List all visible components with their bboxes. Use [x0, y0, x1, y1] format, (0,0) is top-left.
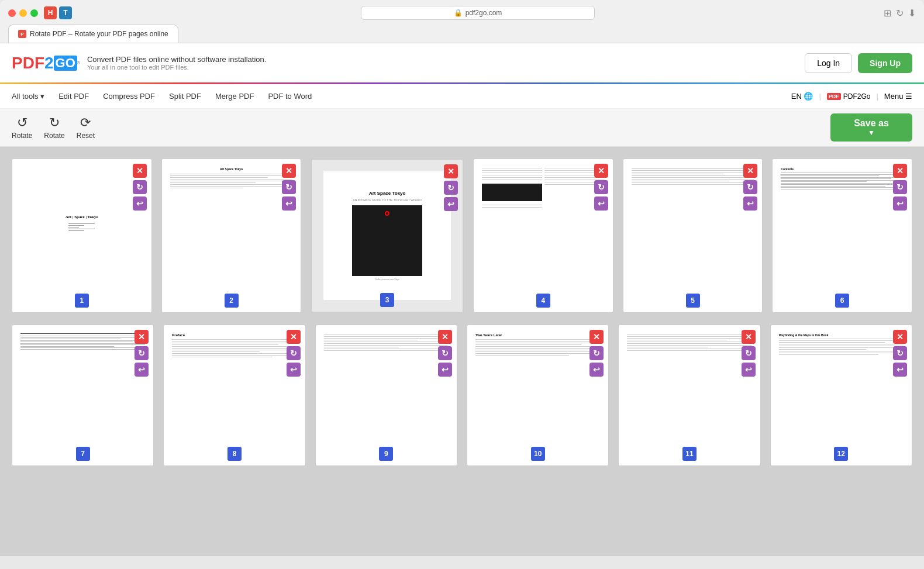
undo-page-1[interactable]: ↩ — [133, 196, 147, 211]
thumb-contents-6: Contents — [778, 165, 906, 282]
tc6l7 — [781, 181, 867, 182]
p12l9 — [779, 353, 904, 353]
delete-page-7[interactable]: ✕ — [135, 330, 149, 344]
nav-all-tools[interactable]: All tools ▾ — [12, 86, 44, 106]
tc4l8 — [482, 207, 542, 208]
nav-pdf-to-word[interactable]: PDF to Word — [268, 86, 312, 106]
signup-button[interactable]: Sign Up — [858, 53, 912, 73]
p12l7 — [779, 349, 866, 350]
rotate-page-7[interactable]: ↻ — [135, 346, 149, 360]
delete-page-10[interactable]: ✕ — [589, 330, 604, 344]
delete-page-4[interactable]: ✕ — [594, 164, 608, 178]
pdf2go-label: PDF2Go — [843, 92, 871, 101]
delete-page-9[interactable]: ✕ — [438, 330, 452, 344]
p10l2 — [475, 341, 600, 342]
t5l5 — [632, 175, 754, 176]
delete-page-8[interactable]: ✕ — [287, 330, 301, 344]
undo-page-11[interactable]: ↩ — [742, 363, 756, 377]
nav-left: All tools ▾ Edit PDF Compress PDF Split … — [12, 86, 312, 106]
traffic-light-minimize[interactable] — [19, 9, 27, 17]
page-num-3: 3 — [380, 293, 394, 307]
tl5 — [68, 230, 84, 231]
delete-page-12[interactable]: ✕ — [893, 330, 907, 344]
pdf-thumb-6: Contents — [778, 165, 906, 282]
traffic-light-close[interactable] — [8, 9, 16, 17]
ext-t-icon[interactable]: T — [59, 6, 72, 19]
t2l8 — [170, 186, 293, 187]
delete-page-6[interactable]: ✕ — [893, 164, 907, 178]
p12l6 — [779, 347, 904, 348]
page-actions-8: ✕ ↻ ↩ — [287, 330, 301, 377]
login-button[interactable]: Log In — [805, 53, 852, 73]
page-num-5: 5 — [686, 294, 700, 308]
menu-button[interactable]: Menu ☰ — [884, 92, 912, 101]
nav-compress-pdf[interactable]: Compress PDF — [103, 86, 155, 106]
rotate-left-button[interactable]: ↺ Rotate — [12, 115, 32, 140]
undo-page-4[interactable]: ↩ — [594, 196, 608, 211]
pdf-badge-icon: PDF — [827, 93, 841, 100]
p11l3 — [627, 338, 751, 339]
url-text: pdf2go.com — [466, 9, 502, 17]
pdf-page-11: ✕ ↻ ↩ 11 — [618, 325, 760, 466]
screen-share-icon: ⊞ — [884, 8, 891, 19]
toc7l7 — [20, 344, 145, 345]
t2l4 — [170, 179, 293, 180]
delete-page-11[interactable]: ✕ — [742, 330, 756, 344]
toc7l2 — [20, 337, 145, 338]
p8l9 — [172, 353, 296, 354]
thumb-twoyears-10: Two Years Later — [473, 331, 602, 448]
lang-selector[interactable]: EN 🌐 — [791, 92, 813, 101]
p8l1 — [172, 339, 296, 340]
traffic-light-maximize[interactable] — [30, 9, 38, 17]
rotate-page-10[interactable]: ↻ — [589, 346, 604, 360]
tc6l5 — [781, 178, 891, 179]
ext-h-icon[interactable]: H — [44, 6, 57, 19]
browser-tab[interactable]: P Rotate PDF – Rotate your PDF pages onl… — [8, 25, 178, 43]
rotate-right-button[interactable]: ↻ Rotate — [44, 115, 64, 140]
p8l10 — [172, 355, 296, 356]
undo-page-12[interactable]: ↩ — [893, 363, 907, 377]
rotate-page-8[interactable]: ↻ — [287, 346, 301, 360]
rotate-page-3[interactable]: ↻ — [444, 181, 458, 195]
page-actions-4: ✕ ↻ ↩ — [594, 164, 608, 211]
rotate-page-2[interactable]: ↻ — [282, 180, 296, 194]
rotate-page-6[interactable]: ↻ — [893, 180, 907, 194]
nav-merge-pdf[interactable]: Merge PDF — [215, 86, 254, 106]
page-num-8: 8 — [227, 447, 242, 461]
nav-edit-pdf[interactable]: Edit PDF — [58, 86, 89, 106]
p11l5 — [627, 342, 751, 342]
nav-sep: | — [819, 92, 820, 101]
rotate-page-1[interactable]: ↻ — [133, 180, 147, 194]
delete-page-3[interactable]: ✕ — [444, 164, 458, 178]
undo-page-9[interactable]: ↩ — [438, 363, 452, 377]
rotate-page-12[interactable]: ↻ — [893, 346, 907, 360]
delete-page-1[interactable]: ✕ — [133, 164, 147, 178]
tl3 — [68, 227, 79, 227]
rotate-page-5[interactable]: ↻ — [743, 180, 757, 194]
undo-page-3[interactable]: ↩ — [444, 197, 458, 211]
p8l2 — [172, 341, 296, 342]
save-as-button[interactable]: Save as ▼ — [830, 113, 912, 142]
undo-page-8[interactable]: ↩ — [287, 363, 301, 377]
undo-page-6[interactable]: ↩ — [893, 196, 907, 211]
undo-page-10[interactable]: ↩ — [589, 363, 604, 377]
thumb-img4 — [482, 184, 542, 201]
undo-page-5[interactable]: ↩ — [743, 196, 757, 211]
address-bar[interactable]: 🔒 pdf2go.com — [361, 6, 595, 20]
delete-page-2[interactable]: ✕ — [282, 164, 296, 178]
save-as-chevron: ▼ — [868, 129, 875, 137]
delete-page-5[interactable]: ✕ — [743, 164, 757, 178]
download-icon[interactable]: ⬇ — [908, 8, 916, 19]
nav-split-pdf[interactable]: Split PDF — [169, 86, 201, 106]
t2l1 — [170, 174, 293, 174]
rotate-page-4[interactable]: ↻ — [594, 180, 608, 194]
undo-page-2[interactable]: ↩ — [282, 196, 296, 211]
reset-button[interactable]: ⟳ Reset — [77, 115, 95, 140]
tagline-sub: Your all in one tool to edit PDF files. — [87, 64, 266, 71]
rotate-page-11[interactable]: ↻ — [742, 346, 756, 360]
refresh-icon[interactable]: ↻ — [896, 8, 904, 19]
rotate-page-9[interactable]: ↻ — [438, 346, 452, 360]
undo-page-7[interactable]: ↩ — [135, 363, 149, 377]
pdf-row-2: ✕ ↻ ↩ 7 Preface — [12, 325, 912, 466]
page-num-7: 7 — [76, 447, 90, 461]
